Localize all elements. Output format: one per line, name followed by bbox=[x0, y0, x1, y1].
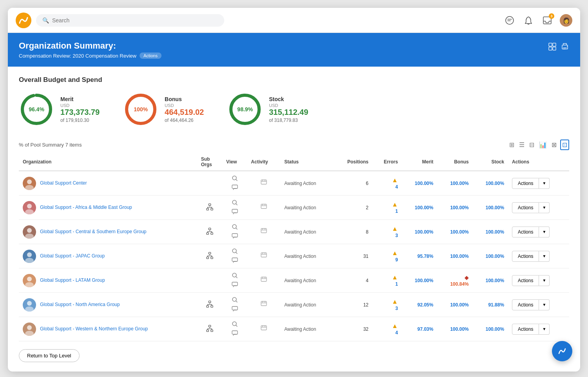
table-grid-icon[interactable]: ⊞ bbox=[508, 140, 515, 149]
view-chat-icon-5[interactable] bbox=[232, 306, 238, 313]
table-chart-icon[interactable]: 📊 bbox=[538, 140, 548, 149]
actions-button-5[interactable]: Actions bbox=[512, 299, 539, 310]
view-search-icon-2[interactable] bbox=[232, 224, 238, 231]
view-chat-icon-0[interactable] bbox=[232, 185, 238, 191]
col-activity: Activity bbox=[247, 153, 280, 171]
table-expand-icon[interactable]: ⊡ bbox=[560, 140, 569, 150]
actions-button-4[interactable]: Actions bbox=[512, 275, 539, 286]
suborgs-icon-1[interactable] bbox=[206, 206, 213, 212]
notifications-button[interactable] bbox=[522, 14, 535, 27]
budget-cards: 96.4% Merit USD 173,373.79 of 179,910.30… bbox=[19, 92, 569, 127]
suborgs-cell-2 bbox=[197, 220, 222, 244]
table-columns-icon[interactable]: ⊠ bbox=[550, 140, 558, 149]
view-search-icon-4[interactable] bbox=[232, 272, 238, 280]
errors-cell-3: ▲ 9 bbox=[372, 244, 402, 268]
nav-icons: 3 👩 bbox=[503, 14, 572, 27]
org-name-6[interactable]: Global Support - Western & Northern Euro… bbox=[40, 326, 148, 332]
print-icon[interactable] bbox=[561, 42, 569, 52]
svg-point-45 bbox=[25, 282, 34, 287]
activity-icon-4[interactable] bbox=[261, 277, 267, 284]
user-avatar[interactable]: 👩 bbox=[560, 14, 572, 27]
view-chat-icon-2[interactable] bbox=[232, 233, 238, 240]
activity-icon-3[interactable] bbox=[261, 253, 267, 260]
svg-rect-59 bbox=[209, 325, 211, 327]
view-chat-icon-4[interactable] bbox=[232, 282, 238, 288]
view-search-icon-0[interactable] bbox=[232, 175, 238, 183]
actions-button-3[interactable]: Actions bbox=[512, 251, 539, 262]
view-chat-icon-3[interactable] bbox=[232, 257, 238, 264]
search-box[interactable]: 🔍 bbox=[36, 14, 224, 27]
actions-caret-5[interactable]: ▼ bbox=[539, 299, 550, 310]
suborgs-icon-3[interactable] bbox=[206, 255, 213, 260]
activity-icon-5[interactable] bbox=[261, 302, 267, 308]
svg-point-44 bbox=[27, 277, 32, 281]
donut-percent: 96.4% bbox=[29, 106, 44, 112]
budget-of: of 179,910.30 bbox=[60, 118, 100, 123]
budget-label: Bonus bbox=[165, 96, 204, 102]
workday-fab[interactable] bbox=[552, 341, 572, 361]
org-name-2[interactable]: Global Support - Central & Southern Euro… bbox=[40, 229, 147, 235]
suborgs-icon-2[interactable] bbox=[206, 230, 213, 236]
actions-caret-4[interactable]: ▼ bbox=[539, 275, 550, 286]
header-actions-chip[interactable]: Actions bbox=[140, 53, 162, 59]
return-to-top-level-button[interactable]: Return to Top Level bbox=[19, 349, 80, 362]
svg-rect-3 bbox=[549, 43, 552, 46]
actions-button-1[interactable]: Actions bbox=[512, 202, 539, 213]
actions-caret-0[interactable]: ▼ bbox=[539, 178, 550, 189]
activity-icon-2[interactable] bbox=[261, 229, 267, 236]
inbox-button[interactable]: 3 bbox=[541, 14, 554, 27]
view-chat-icon-1[interactable] bbox=[232, 209, 238, 216]
status-cell-5: Awaiting Action bbox=[280, 293, 334, 317]
col-suborgs: SubOrgs bbox=[197, 153, 222, 171]
org-name-3[interactable]: Global Support - JAPAC Group bbox=[40, 253, 105, 259]
org-name-5[interactable]: Global Support - North America Group bbox=[40, 302, 120, 308]
grid-view-icon[interactable] bbox=[548, 42, 557, 52]
svg-rect-63 bbox=[232, 331, 238, 334]
svg-rect-30 bbox=[209, 228, 211, 230]
view-search-icon-5[interactable] bbox=[232, 297, 238, 304]
workday-logo[interactable] bbox=[16, 13, 31, 28]
actions-caret-2[interactable]: ▼ bbox=[539, 227, 550, 237]
view-search-icon-1[interactable] bbox=[232, 199, 238, 207]
actions-button-2[interactable]: Actions bbox=[512, 227, 539, 237]
svg-rect-23 bbox=[207, 208, 209, 210]
svg-rect-61 bbox=[211, 330, 213, 332]
error-count-2: 3 bbox=[395, 233, 398, 238]
suborgs-cell-4 bbox=[197, 268, 222, 293]
svg-rect-38 bbox=[209, 252, 211, 254]
svg-point-28 bbox=[27, 228, 32, 233]
stock-cell-6: 100.00% bbox=[473, 317, 508, 341]
org-cell-2: Global Support - Central & Southern Euro… bbox=[19, 220, 197, 244]
activity-cell-2 bbox=[247, 220, 280, 244]
suborgs-icon-6[interactable] bbox=[206, 328, 213, 333]
col-actions: Actions bbox=[508, 153, 569, 171]
merit-cell-6: 97.03% bbox=[402, 317, 437, 341]
activity-icon-1[interactable] bbox=[261, 205, 267, 211]
suborgs-cell-1 bbox=[197, 196, 222, 220]
org-name-1[interactable]: Global Support - Africa & Middle East Gr… bbox=[40, 205, 132, 211]
view-search-icon-3[interactable] bbox=[232, 248, 238, 256]
suborgs-icon-5[interactable] bbox=[206, 303, 213, 309]
merit-cell-5: 92.05% bbox=[402, 293, 437, 317]
org-name-4[interactable]: Global Support - LATAM Group bbox=[40, 277, 105, 284]
view-search-icon-6[interactable] bbox=[232, 321, 238, 328]
messages-button[interactable] bbox=[503, 14, 516, 27]
actions-button-6[interactable]: Actions bbox=[512, 324, 539, 335]
stock-cell-0: 100.00% bbox=[473, 171, 508, 196]
actions-button-0[interactable]: Actions bbox=[512, 178, 539, 189]
actions-caret-3[interactable]: ▼ bbox=[539, 251, 550, 262]
positions-cell-2: 8 bbox=[334, 220, 372, 244]
actions-caret-1[interactable]: ▼ bbox=[539, 202, 550, 213]
table-filter-icon[interactable]: ⊟ bbox=[528, 140, 535, 149]
donut-percent: 98.9% bbox=[237, 106, 253, 112]
positions-cell-3: 31 bbox=[334, 244, 372, 268]
search-input[interactable] bbox=[52, 17, 218, 24]
actions-caret-6[interactable]: ▼ bbox=[539, 324, 550, 335]
view-chat-icon-6[interactable] bbox=[232, 330, 238, 337]
view-cell-3 bbox=[222, 244, 247, 268]
activity-icon-0[interactable] bbox=[261, 180, 267, 187]
svg-rect-26 bbox=[232, 209, 238, 213]
org-name-0[interactable]: Global Support Center bbox=[40, 180, 87, 187]
activity-icon-6[interactable] bbox=[261, 326, 267, 333]
table-list-icon[interactable]: ☰ bbox=[518, 140, 526, 149]
